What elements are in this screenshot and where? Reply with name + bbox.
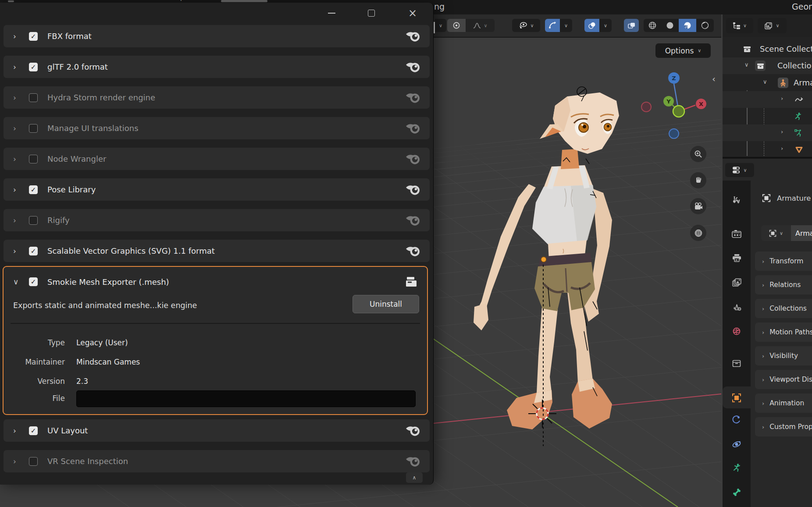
addon-checkbox[interactable]: ✓ xyxy=(29,93,38,102)
tab-bone[interactable] xyxy=(729,486,744,499)
outliner-filter-button[interactable]: ∨ xyxy=(758,18,787,33)
expand-chevron-icon[interactable]: › xyxy=(762,353,764,359)
tab-object[interactable] xyxy=(729,391,744,404)
expand-chevron-icon[interactable]: › xyxy=(13,63,23,71)
tab-constraints[interactable] xyxy=(729,413,744,426)
file-path-input[interactable] xyxy=(76,390,416,407)
tab-scene[interactable] xyxy=(729,300,744,313)
menu-window[interactable]: Window xyxy=(131,0,155,1)
ortho-toggle-button[interactable] xyxy=(690,225,706,241)
addon-row[interactable]: › ✓ Manage UI translations xyxy=(4,117,430,139)
tab-world[interactable] xyxy=(729,325,744,338)
expand-chevron-icon[interactable]: › xyxy=(13,124,23,133)
outliner-row-collection[interactable]: ∨ Collection xyxy=(723,57,812,74)
tab-tool[interactable] xyxy=(729,194,744,207)
collapse-chevron-icon[interactable]: ∨ xyxy=(744,61,749,68)
expand-chevron-icon[interactable]: › xyxy=(13,216,23,225)
properties-panel-header[interactable]: › Transform xyxy=(755,252,812,271)
addon-row[interactable]: › ✓ glTF 2.0 format xyxy=(4,56,430,78)
scroll-up-button[interactable]: ∧ xyxy=(406,472,423,483)
minimize-button[interactable] xyxy=(324,6,339,20)
object-visibility-button[interactable]: ∨ xyxy=(512,19,540,32)
outliner-row-action[interactable]: › xyxy=(723,91,812,108)
addon-checkbox[interactable]: ✓ xyxy=(29,155,38,163)
expand-chevron-icon[interactable]: › xyxy=(781,95,783,102)
sidebar-collapse-icon[interactable]: ‹ xyxy=(712,74,716,84)
outliner-row-mesh[interactable]: › xyxy=(723,141,812,157)
properties-panel-header[interactable]: › Custom Properties xyxy=(755,417,812,436)
scrollbar-sliver[interactable] xyxy=(221,0,267,2)
addon-checkbox[interactable]: ✓ xyxy=(29,124,38,133)
snap-dropdown-button[interactable]: ∨ xyxy=(435,19,446,32)
properties-editor-type-button[interactable]: ∨ xyxy=(725,163,754,177)
addon-row[interactable]: › ✓ UV Layout xyxy=(4,419,430,442)
outliner-row-scene-collection[interactable]: Scene Collection xyxy=(723,41,812,57)
expand-chevron-icon[interactable]: › xyxy=(13,155,23,163)
menu-edit[interactable]: Edit xyxy=(59,0,71,1)
properties-panel-header[interactable]: › Viewport Display xyxy=(755,370,812,389)
collapse-chevron-icon[interactable]: ∨ xyxy=(13,277,23,286)
outliner-display-mode-button[interactable]: ∨ xyxy=(726,18,753,33)
addon-row[interactable]: › ✓ Rigify xyxy=(4,209,430,231)
properties-panel-header[interactable]: › Relations xyxy=(755,275,812,294)
expand-chevron-icon[interactable]: › xyxy=(13,93,23,102)
expand-chevron-icon[interactable]: › xyxy=(781,128,783,135)
addon-header-row[interactable]: ∨ ✓ Smokie Mesh Exporter (.mesh) xyxy=(4,270,427,293)
id-browse-button[interactable]: ∨ xyxy=(761,225,791,241)
shading-material-button[interactable] xyxy=(679,19,696,32)
outliner-row-pose[interactable] xyxy=(723,108,812,124)
addon-row[interactable]: › ✓ Pose Library xyxy=(4,178,430,201)
expand-chevron-icon[interactable]: › xyxy=(762,306,764,312)
expand-chevron-icon[interactable]: › xyxy=(762,282,764,288)
camera-view-button[interactable] xyxy=(690,198,706,214)
addon-checkbox[interactable]: ✓ xyxy=(29,63,38,71)
tab-view-layer[interactable] xyxy=(729,276,744,289)
menu-render[interactable]: Render xyxy=(96,0,118,1)
show-gizmo-toggle[interactable] xyxy=(545,19,560,32)
tab-fragment-right[interactable]: Geom xyxy=(792,2,812,11)
properties-panel-header[interactable]: › Visibility xyxy=(755,346,812,365)
overlays-dropdown-button[interactable]: ∨ xyxy=(599,19,612,32)
tab-render[interactable] xyxy=(729,227,744,240)
tab-physics[interactable] xyxy=(729,438,744,451)
proportional-editing-button[interactable] xyxy=(447,19,466,32)
addon-row[interactable]: › ✓ Scalable Vector Graphics (SVG) 1.1 f… xyxy=(4,240,430,262)
id-datablock-selector[interactable]: ∨ Armature xyxy=(761,225,812,241)
expand-chevron-icon[interactable]: › xyxy=(13,247,23,255)
expand-chevron-icon[interactable]: › xyxy=(13,32,23,41)
outliner-row-rig[interactable]: › xyxy=(723,124,812,141)
expand-chevron-icon[interactable]: › xyxy=(762,377,764,383)
tab-fragment-left[interactable]: ng xyxy=(434,2,445,11)
addon-row[interactable]: › ✓ FBX format xyxy=(4,25,430,47)
shading-rendered-button[interactable] xyxy=(696,19,714,32)
addon-checkbox[interactable]: ✓ xyxy=(29,247,38,255)
properties-panel-header[interactable]: › Collections xyxy=(755,299,812,318)
options-button[interactable]: Options ∨ xyxy=(655,43,711,58)
addon-row[interactable]: › ✓ Node Wrangler xyxy=(4,148,430,170)
zoom-button[interactable] xyxy=(690,146,706,162)
xray-toggle[interactable] xyxy=(624,19,639,32)
uninstall-button[interactable]: Uninstall xyxy=(353,295,419,313)
addon-checkbox[interactable]: ✓ xyxy=(29,185,38,194)
outliner-row-armature[interactable]: ∨ Armature xyxy=(723,74,812,91)
expand-chevron-icon[interactable]: › xyxy=(762,424,764,430)
tab-output[interactable] xyxy=(729,251,744,264)
show-overlays-toggle[interactable] xyxy=(584,19,599,32)
expand-chevron-icon[interactable]: › xyxy=(13,185,23,194)
expand-chevron-icon[interactable]: › xyxy=(762,330,764,335)
addon-checkbox[interactable]: ✓ xyxy=(29,277,38,286)
addon-row[interactable]: › ✓ Hydra Storm render engine xyxy=(4,86,430,109)
gizmo-minus-x[interactable] xyxy=(641,102,651,112)
expand-chevron-icon[interactable]: › xyxy=(781,145,783,152)
expand-chevron-icon[interactable]: › xyxy=(762,259,764,264)
addon-checkbox[interactable]: ✓ xyxy=(29,32,38,41)
gizmo-minus-z[interactable] xyxy=(669,129,679,138)
properties-panel-header[interactable]: › Motion Paths xyxy=(755,323,812,342)
menu-file[interactable]: File xyxy=(25,0,36,1)
shading-wireframe-button[interactable] xyxy=(644,19,661,32)
tab-collection[interactable] xyxy=(729,357,744,370)
addon-checkbox[interactable]: ✓ xyxy=(29,216,38,225)
addon-row[interactable]: › ✓ VR Scene Inspection xyxy=(4,450,430,472)
menu-help[interactable]: Help xyxy=(170,0,184,1)
shading-solid-button[interactable] xyxy=(661,19,679,32)
